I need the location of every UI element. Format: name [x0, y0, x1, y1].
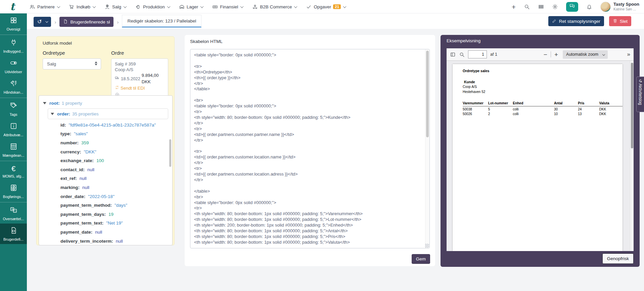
pdf-table-header: Antal	[554, 101, 578, 106]
tree-property-value: null	[116, 239, 123, 244]
order-amount: 9.894,00 DKK	[142, 72, 165, 85]
tree-property-value: "2022-05-18"	[88, 194, 114, 199]
tab-edit-template[interactable]: Redigér skabelon: 123 / Pallelabel	[122, 15, 201, 28]
truck-icon	[115, 76, 120, 82]
sidebar-item-bogf-rings[interactable]: Bogførings...	[0, 181, 27, 201]
topbar-menus: Partnere Indkøb Salg Produktion Lager Fi…	[30, 0, 346, 13]
chevron-down-icon	[200, 5, 204, 8]
zoom-select[interactable]: Automatisk zoom	[563, 50, 608, 59]
search-icon[interactable]	[459, 52, 465, 57]
sidebar-item-indbygged[interactable]: Indbygged...	[0, 36, 27, 56]
sidebar-item-attributv[interactable]: Attributvæ...	[0, 119, 27, 140]
zoom-out-icon[interactable]: −	[544, 51, 547, 58]
cart-icon	[69, 4, 75, 10]
editor-scrollbar[interactable]	[425, 49, 429, 248]
viewer-scrollbar-thumb[interactable]	[631, 63, 633, 148]
sidebar-item-brugerdefi[interactable]: Brugerdefi...	[0, 224, 27, 244]
pdf-table-cell: 5	[488, 106, 513, 111]
sidebar-toggle-icon[interactable]	[450, 52, 456, 57]
sidebar-item-moms-afg[interactable]: € MOMS, afg...	[0, 162, 27, 181]
page-number-input[interactable]	[468, 50, 487, 58]
json-tree: root: 1 property order: 35 properties id…	[39, 95, 173, 245]
topbar-menu-lager[interactable]: Lager	[179, 4, 203, 10]
sidebar-item-tags[interactable]: Tags	[0, 99, 27, 119]
topbar-menu-b2b-commerce[interactable]: B2B Commerce	[252, 4, 297, 10]
tree-property-row: marking: null	[60, 183, 168, 192]
topbar-menu-partnere[interactable]: Partnere	[30, 4, 60, 10]
pdf-table-cell: 13	[578, 111, 599, 116]
tree-property-row: payment_term_method: "days"	[60, 201, 168, 210]
delete-button[interactable]: Slet	[609, 16, 631, 26]
activity-log-tab[interactable]: ↺ Aktivitetslog	[636, 77, 644, 112]
topbar: t Partnere Indkøb Salg Produktion Lager …	[0, 0, 644, 13]
tree-root-key: root:	[49, 101, 60, 106]
user-menu[interactable]: Tasty Spoon Katrine Søn ...	[600, 2, 639, 12]
topbar-menu-finansiel[interactable]: Finansiel	[212, 4, 243, 10]
tree-property-row: ext_ref: null	[60, 174, 168, 183]
app-logo[interactable]: t	[10, 1, 15, 12]
chat-button[interactable]	[566, 2, 578, 12]
tree-property-value: 19	[108, 212, 113, 217]
breadcrumb-chip-templates[interactable]: Brugerdefinerede sk ...	[59, 17, 113, 27]
refresh-button[interactable]: Genopfrisk	[602, 253, 634, 264]
tree-property-value: null	[80, 176, 87, 181]
editor-scrollbar-thumb[interactable]	[426, 51, 429, 137]
sidebar-item-udvidelser[interactable]: Udvidelser	[0, 56, 27, 77]
order-status: Sendt til EDI	[121, 85, 145, 92]
sidebar-item-m-ngdean[interactable]: Mængdean...	[0, 140, 27, 160]
topbar-menu-salg[interactable]: Salg	[104, 4, 126, 10]
save-button[interactable]: Gem	[412, 254, 430, 263]
pdf-table-row: 500385colli3024DKK	[463, 106, 623, 111]
pdf-customer-label: Kunde	[464, 80, 623, 84]
sidebar-item-h-ndskan[interactable]: Håndskan...	[0, 77, 27, 97]
undo-icon: ↺	[37, 19, 42, 25]
history-button[interactable]: ↺	[34, 17, 51, 27]
tree-property-key: marking:	[60, 185, 80, 190]
collapse-toggle-icon[interactable]	[51, 113, 54, 115]
ordertype-select[interactable]: Salg	[43, 58, 101, 69]
tree-property-value: "Net 19"	[106, 221, 123, 226]
search-icon[interactable]	[524, 4, 530, 10]
sidebar-item-oversigt[interactable]: Oversigt	[0, 13, 27, 34]
collapse-toggle-icon[interactable]	[43, 102, 46, 104]
sidebar-item-overs-ttel[interactable]: A* Oversættel...	[0, 203, 27, 224]
tree-property-row: type: "sales"	[60, 130, 168, 139]
tree-property-row: contact_id: null	[60, 165, 168, 174]
toolbar-more-icon[interactable]: »	[627, 51, 630, 58]
model-explorer-panel: Udforsk model Ordretype Salg Ordre Salg …	[36, 36, 175, 245]
viewer-scrollbar[interactable]	[630, 61, 634, 251]
breadcrumb-separator: ›	[54, 19, 56, 25]
topbar-menu-indk-b[interactable]: Indkøb	[69, 4, 95, 10]
tree-scrollbar-thumb[interactable]	[169, 139, 171, 167]
tree-property-key: id:	[60, 123, 66, 128]
pdf-viewer: Ordretype sales Kunde Coop A/S Hestehave…	[447, 61, 634, 251]
chevron-down-icon	[93, 5, 96, 8]
topbar-menu-produktion[interactable]: Produktion	[135, 4, 170, 10]
pdf-table-cell: colli	[513, 106, 554, 111]
code-doc-icon	[10, 227, 17, 236]
zoom-in-icon[interactable]: +	[554, 51, 558, 58]
template-html-textarea[interactable]: <table style="border: 0px solid #000000;…	[190, 49, 430, 248]
resize-handle[interactable]	[425, 244, 429, 248]
topbar-menu-opgaver[interactable]: Opgaver 21	[306, 4, 346, 10]
tree-property-row: currency: "DKK"	[60, 147, 168, 156]
pdf-table-cell: 50026	[463, 111, 488, 116]
tree-property-value: null	[87, 167, 94, 172]
template-editor-panel: Skabelon HTML <table style="border: 0px …	[185, 35, 435, 266]
panel-title: Skabelon HTML	[190, 39, 430, 44]
sidebar-divider	[0, 202, 27, 202]
barcode-icon[interactable]	[538, 4, 544, 10]
pdf-table-cell: 2	[488, 111, 513, 116]
sidebar: Oversigt Indbygged... Udvidelser Håndska…	[0, 13, 27, 291]
tree-property-row: number: 359	[60, 138, 168, 147]
pdf-table-cell: 24	[578, 106, 599, 111]
create-new-icon[interactable]: +	[512, 3, 516, 10]
partners-icon	[30, 4, 35, 10]
bell-icon[interactable]	[586, 4, 592, 10]
tree-property-key: currency:	[60, 149, 81, 154]
gear-icon[interactable]	[552, 4, 558, 10]
edit-master-data-button[interactable]: Ret stamoplysninger	[548, 16, 604, 26]
tree-property-row: exchange_rate: 100	[60, 156, 168, 165]
pdf-heading: Ordretype sales	[463, 69, 623, 73]
order-card[interactable]: Salg # 359 Coop A/S 18.5.2022 9.894,00 D…	[111, 58, 168, 100]
